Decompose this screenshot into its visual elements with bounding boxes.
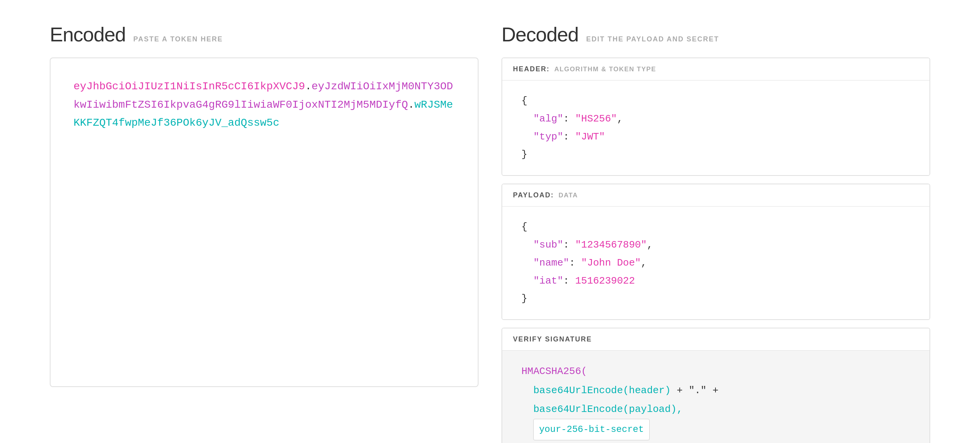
encoded-header: Encoded PASTE A TOKEN HERE <box>50 23 479 46</box>
header-label: HEADER: <box>513 65 550 73</box>
jwt-dot2: . <box>408 99 415 111</box>
payload-name-line: "name": "John Doe", <box>521 254 910 272</box>
payload-sub-line: "sub": "1234567890", <box>521 236 910 254</box>
verify-label-row: VERIFY SIGNATURE <box>502 328 929 351</box>
decoded-header: Decoded EDIT THE PAYLOAD AND SECRET <box>501 23 930 46</box>
verify-secret-line: your-256-bit-secret <box>521 419 910 440</box>
header-content[interactable]: { "alg": "HS256", "typ": "JWT" } <box>502 80 929 175</box>
header-section: HEADER: ALGORITHM & TOKEN TYPE { "alg": … <box>501 57 930 176</box>
app-container: Encoded PASTE A TOKEN HERE eyJhbGciOiJIU… <box>0 0 980 443</box>
payload-close-brace: } <box>521 290 910 308</box>
header-alg-line: "alg": "HS256", <box>521 110 910 128</box>
encoded-title: Encoded <box>50 23 126 46</box>
verify-encode-header: base64UrlEncode(header) <box>533 385 671 396</box>
decoded-title: Decoded <box>501 23 578 46</box>
verify-content[interactable]: HMACSHA256( base64UrlEncode(header) + ".… <box>502 351 929 443</box>
payload-content[interactable]: { "sub": "1234567890", "name": "John Doe… <box>502 207 929 319</box>
payload-open-brace: { <box>521 218 910 236</box>
payload-label: PAYLOAD: <box>513 191 554 199</box>
header-close-brace: } <box>521 146 910 164</box>
encoded-token-box[interactable]: eyJhbGciOiJIUzI1NiIsInR5cCI6IkpXVCJ9.eyJ… <box>50 57 479 387</box>
verify-line1: base64UrlEncode(header) + "." + <box>521 381 910 400</box>
verify-encode-payload: base64UrlEncode(payload), <box>533 404 683 415</box>
verify-fn-line: HMACSHA256( <box>521 362 910 381</box>
encoded-subtitle: PASTE A TOKEN HERE <box>133 35 223 43</box>
verify-fn-name: HMACSHA256( <box>521 366 587 377</box>
decoded-subtitle: EDIT THE PAYLOAD AND SECRET <box>586 35 719 43</box>
verify-line2: base64UrlEncode(payload), <box>521 400 910 419</box>
jwt-part1: eyJhbGciOiJIUzI1NiIsInR5cCI6IkpXVCJ9 <box>74 80 305 92</box>
header-open-brace: { <box>521 92 910 110</box>
payload-iat-line: "iat": 1516239022 <box>521 272 910 290</box>
encoded-panel: Encoded PASTE A TOKEN HERE eyJhbGciOiJIU… <box>50 23 479 443</box>
secret-input[interactable]: your-256-bit-secret <box>533 419 650 440</box>
jwt-dot1: . <box>305 80 312 92</box>
verify-operator1: + "." + <box>671 385 719 396</box>
decoded-panel: Decoded EDIT THE PAYLOAD AND SECRET HEAD… <box>501 23 930 443</box>
verify-section: VERIFY SIGNATURE HMACSHA256( base64UrlEn… <box>501 328 930 443</box>
header-label-row: HEADER: ALGORITHM & TOKEN TYPE <box>502 58 929 80</box>
payload-sublabel: DATA <box>559 192 578 199</box>
header-typ-line: "typ": "JWT" <box>521 128 910 146</box>
payload-section: PAYLOAD: DATA { "sub": "1234567890", "na… <box>501 184 930 320</box>
header-sublabel: ALGORITHM & TOKEN TYPE <box>554 66 656 73</box>
verify-label: VERIFY SIGNATURE <box>513 335 592 343</box>
payload-label-row: PAYLOAD: DATA <box>502 184 929 207</box>
